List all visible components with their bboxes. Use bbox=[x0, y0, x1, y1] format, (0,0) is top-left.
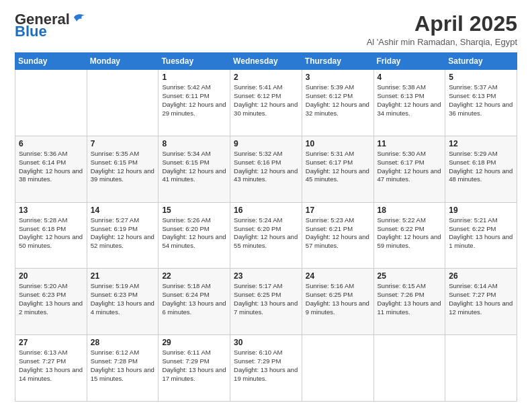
day-number: 10 bbox=[306, 139, 370, 148]
weekday-header: Friday bbox=[373, 53, 445, 70]
cell-info: Sunrise: 6:10 AM Sunset: 7:29 PM Dayligh… bbox=[234, 349, 298, 383]
day-number: 22 bbox=[162, 271, 226, 281]
logo-bird-icon bbox=[71, 12, 86, 26]
calendar-cell: 8Sunrise: 5:34 AM Sunset: 6:15 PM Daylig… bbox=[159, 136, 230, 202]
cell-info: Sunrise: 5:23 AM Sunset: 6:21 PM Dayligh… bbox=[306, 216, 370, 250]
day-number: 11 bbox=[378, 139, 442, 148]
calendar-cell: 20Sunrise: 5:20 AM Sunset: 6:23 PM Dayli… bbox=[15, 269, 87, 335]
calendar-header-row: SundayMondayTuesdayWednesdayThursdayFrid… bbox=[15, 53, 517, 70]
cell-info: Sunrise: 5:36 AM Sunset: 6:14 PM Dayligh… bbox=[19, 150, 83, 184]
calendar-cell: 5Sunrise: 5:37 AM Sunset: 6:13 PM Daylig… bbox=[445, 70, 517, 136]
cell-info: Sunrise: 5:37 AM Sunset: 6:13 PM Dayligh… bbox=[449, 83, 513, 118]
day-number: 29 bbox=[162, 338, 226, 347]
calendar-cell: 13Sunrise: 5:28 AM Sunset: 6:18 PM Dayli… bbox=[15, 202, 87, 269]
day-number: 8 bbox=[162, 139, 226, 148]
day-number: 17 bbox=[306, 205, 370, 215]
cell-info: Sunrise: 6:15 AM Sunset: 7:26 PM Dayligh… bbox=[378, 282, 442, 316]
calendar-cell: 11Sunrise: 5:30 AM Sunset: 6:17 PM Dayli… bbox=[373, 136, 445, 202]
cell-info: Sunrise: 5:39 AM Sunset: 6:12 PM Dayligh… bbox=[306, 83, 370, 118]
calendar-cell: 17Sunrise: 5:23 AM Sunset: 6:21 PM Dayli… bbox=[302, 202, 373, 269]
cell-info: Sunrise: 5:19 AM Sunset: 6:23 PM Dayligh… bbox=[91, 282, 155, 316]
calendar-week-row: 6Sunrise: 5:36 AM Sunset: 6:14 PM Daylig… bbox=[15, 136, 517, 202]
cell-info: Sunrise: 5:22 AM Sunset: 6:22 PM Dayligh… bbox=[378, 216, 442, 250]
cell-info: Sunrise: 5:16 AM Sunset: 6:25 PM Dayligh… bbox=[306, 282, 370, 316]
calendar-cell: 6Sunrise: 5:36 AM Sunset: 6:14 PM Daylig… bbox=[15, 136, 87, 202]
cell-info: Sunrise: 5:35 AM Sunset: 6:15 PM Dayligh… bbox=[91, 150, 155, 184]
day-number: 6 bbox=[19, 139, 83, 148]
calendar-week-row: 20Sunrise: 5:20 AM Sunset: 6:23 PM Dayli… bbox=[15, 269, 517, 335]
cell-info: Sunrise: 5:38 AM Sunset: 6:13 PM Dayligh… bbox=[378, 83, 442, 118]
cell-info: Sunrise: 6:13 AM Sunset: 7:27 PM Dayligh… bbox=[19, 349, 83, 383]
cell-info: Sunrise: 5:20 AM Sunset: 6:23 PM Dayligh… bbox=[19, 282, 83, 316]
calendar-cell: 10Sunrise: 5:31 AM Sunset: 6:17 PM Dayli… bbox=[302, 136, 373, 202]
calendar-table: SundayMondayTuesdayWednesdayThursdayFrid… bbox=[15, 52, 517, 402]
calendar-cell: 12Sunrise: 5:29 AM Sunset: 6:18 PM Dayli… bbox=[445, 136, 517, 202]
day-number: 20 bbox=[19, 271, 83, 281]
day-number: 9 bbox=[234, 139, 298, 148]
logo-blue: Blue bbox=[15, 24, 47, 39]
cell-info: Sunrise: 5:31 AM Sunset: 6:17 PM Dayligh… bbox=[306, 150, 370, 184]
calendar-cell: 9Sunrise: 5:32 AM Sunset: 6:16 PM Daylig… bbox=[230, 136, 302, 202]
calendar-week-row: 1Sunrise: 5:42 AM Sunset: 6:11 PM Daylig… bbox=[15, 70, 517, 136]
cell-info: Sunrise: 5:41 AM Sunset: 6:12 PM Dayligh… bbox=[234, 83, 298, 118]
day-number: 16 bbox=[234, 205, 298, 215]
cell-info: Sunrise: 5:34 AM Sunset: 6:15 PM Dayligh… bbox=[162, 150, 226, 184]
day-number: 21 bbox=[91, 271, 155, 281]
day-number: 4 bbox=[378, 73, 442, 82]
cell-info: Sunrise: 6:11 AM Sunset: 7:29 PM Dayligh… bbox=[162, 349, 226, 383]
calendar-cell: 2Sunrise: 5:41 AM Sunset: 6:12 PM Daylig… bbox=[230, 70, 302, 136]
day-number: 14 bbox=[91, 205, 155, 215]
cell-info: Sunrise: 5:17 AM Sunset: 6:25 PM Dayligh… bbox=[234, 282, 298, 316]
day-number: 5 bbox=[449, 73, 513, 82]
calendar-cell bbox=[445, 335, 517, 402]
calendar-cell: 26Sunrise: 6:14 AM Sunset: 7:27 PM Dayli… bbox=[445, 269, 517, 335]
calendar-cell bbox=[87, 70, 159, 136]
calendar-cell: 19Sunrise: 5:21 AM Sunset: 6:22 PM Dayli… bbox=[445, 202, 517, 269]
weekday-header: Wednesday bbox=[230, 53, 302, 70]
calendar-cell: 25Sunrise: 6:15 AM Sunset: 7:26 PM Dayli… bbox=[373, 269, 445, 335]
cell-info: Sunrise: 5:29 AM Sunset: 6:18 PM Dayligh… bbox=[449, 150, 513, 184]
cell-info: Sunrise: 5:24 AM Sunset: 6:20 PM Dayligh… bbox=[234, 216, 298, 250]
title-block: April 2025 Al 'Ashir min Ramadan, Sharqi… bbox=[367, 12, 517, 47]
day-number: 24 bbox=[306, 271, 370, 281]
calendar-cell: 3Sunrise: 5:39 AM Sunset: 6:12 PM Daylig… bbox=[302, 70, 373, 136]
weekday-header: Tuesday bbox=[159, 53, 230, 70]
cell-info: Sunrise: 5:30 AM Sunset: 6:17 PM Dayligh… bbox=[378, 150, 442, 184]
calendar-cell: 21Sunrise: 5:19 AM Sunset: 6:23 PM Dayli… bbox=[87, 269, 159, 335]
calendar-cell: 22Sunrise: 5:18 AM Sunset: 6:24 PM Dayli… bbox=[159, 269, 230, 335]
calendar-week-row: 27Sunrise: 6:13 AM Sunset: 7:27 PM Dayli… bbox=[15, 335, 517, 402]
calendar-cell: 30Sunrise: 6:10 AM Sunset: 7:29 PM Dayli… bbox=[230, 335, 302, 402]
page: General Blue April 2025 Al 'Ashir min Ra… bbox=[0, 0, 532, 411]
day-number: 26 bbox=[449, 271, 513, 281]
cell-info: Sunrise: 6:14 AM Sunset: 7:27 PM Dayligh… bbox=[449, 282, 513, 316]
calendar-cell: 15Sunrise: 5:26 AM Sunset: 6:20 PM Dayli… bbox=[159, 202, 230, 269]
header: General Blue April 2025 Al 'Ashir min Ra… bbox=[15, 12, 517, 47]
day-number: 12 bbox=[449, 139, 513, 148]
day-number: 30 bbox=[234, 338, 298, 347]
day-number: 3 bbox=[306, 73, 370, 82]
cell-info: Sunrise: 5:26 AM Sunset: 6:20 PM Dayligh… bbox=[162, 216, 226, 250]
weekday-header: Sunday bbox=[15, 53, 87, 70]
calendar-cell: 1Sunrise: 5:42 AM Sunset: 6:11 PM Daylig… bbox=[159, 70, 230, 136]
calendar-cell bbox=[302, 335, 373, 402]
cell-info: Sunrise: 5:27 AM Sunset: 6:19 PM Dayligh… bbox=[91, 216, 155, 250]
calendar-cell: 14Sunrise: 5:27 AM Sunset: 6:19 PM Dayli… bbox=[87, 202, 159, 269]
weekday-header: Monday bbox=[87, 53, 159, 70]
calendar-cell: 23Sunrise: 5:17 AM Sunset: 6:25 PM Dayli… bbox=[230, 269, 302, 335]
day-number: 13 bbox=[19, 205, 83, 215]
calendar-cell: 7Sunrise: 5:35 AM Sunset: 6:15 PM Daylig… bbox=[87, 136, 159, 202]
calendar-cell: 27Sunrise: 6:13 AM Sunset: 7:27 PM Dayli… bbox=[15, 335, 87, 402]
calendar-cell: 4Sunrise: 5:38 AM Sunset: 6:13 PM Daylig… bbox=[373, 70, 445, 136]
cell-info: Sunrise: 5:42 AM Sunset: 6:11 PM Dayligh… bbox=[162, 83, 226, 118]
cell-info: Sunrise: 5:21 AM Sunset: 6:22 PM Dayligh… bbox=[449, 216, 513, 250]
day-number: 28 bbox=[91, 338, 155, 347]
cell-info: Sunrise: 5:18 AM Sunset: 6:24 PM Dayligh… bbox=[162, 282, 226, 316]
calendar-cell bbox=[373, 335, 445, 402]
day-number: 1 bbox=[162, 73, 226, 82]
title-month: April 2025 bbox=[367, 12, 517, 36]
day-number: 15 bbox=[162, 205, 226, 215]
day-number: 23 bbox=[234, 271, 298, 281]
calendar-cell bbox=[15, 70, 87, 136]
title-location: Al 'Ashir min Ramadan, Sharqia, Egypt bbox=[367, 37, 517, 47]
cell-info: Sunrise: 5:32 AM Sunset: 6:16 PM Dayligh… bbox=[234, 150, 298, 184]
